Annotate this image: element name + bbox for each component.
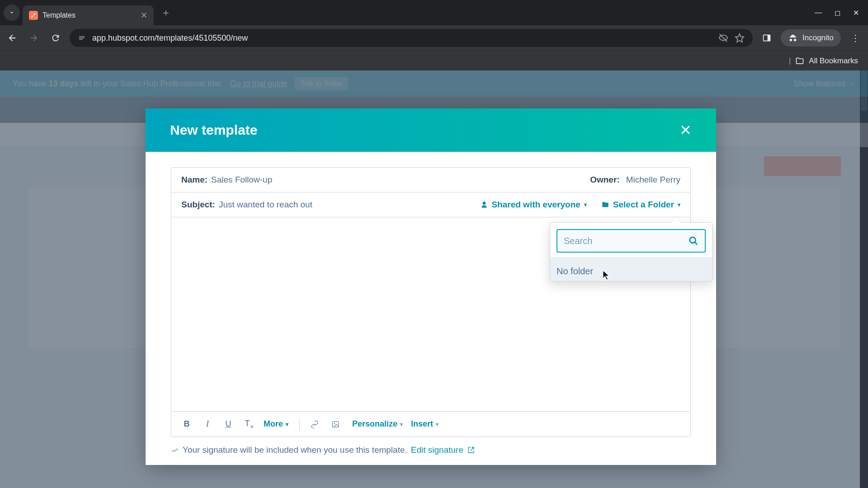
window-controls: ― ◻ ✕ (815, 9, 864, 17)
edit-signature-link[interactable]: Edit signature (411, 445, 475, 455)
name-row: Name: Sales Follow-up Owner: Michelle Pe… (171, 168, 690, 192)
site-settings-icon (78, 34, 86, 42)
modal-header: New template ✕ (146, 108, 716, 152)
chevron-down-icon (9, 9, 15, 16)
modal-close-button[interactable]: ✕ (679, 122, 692, 139)
url-field[interactable]: app.hubspot.com/templates/45105500/new (70, 29, 753, 47)
insert-dropdown[interactable]: Insert ▾ (411, 419, 439, 429)
svg-rect-4 (332, 422, 339, 427)
tab-close-button[interactable]: ✕ (141, 10, 147, 20)
reload-icon (51, 33, 61, 43)
folder-label: Select a Folder (613, 200, 674, 210)
minimize-button[interactable]: ― (815, 9, 822, 17)
no-folder-option[interactable]: No folder (550, 257, 712, 281)
link-button[interactable] (311, 420, 323, 428)
signature-text: Your signature will be included when you… (183, 445, 407, 455)
signature-icon (171, 446, 179, 454)
bookmarks-bar: | All Bookmarks (0, 51, 868, 70)
folder-search-input[interactable] (564, 236, 689, 246)
close-window-button[interactable]: ✕ (853, 9, 859, 17)
all-bookmarks-button[interactable]: All Bookmarks (809, 56, 858, 66)
editor-toolbar: B I U T✕ More ▾ (171, 411, 690, 436)
signature-note: Your signature will be included when you… (171, 437, 691, 465)
reload-button[interactable] (48, 30, 63, 46)
browser-tab-bar: Templates ✕ ＋ ― ◻ ✕ (0, 0, 868, 25)
forward-button[interactable] (26, 30, 42, 46)
svg-point-5 (334, 423, 335, 424)
modal-title: New template (170, 122, 257, 138)
caret-down-icon: ▾ (584, 202, 587, 208)
svg-point-6 (690, 237, 696, 243)
svg-rect-3 (768, 35, 770, 41)
folder-search-field[interactable] (557, 229, 706, 253)
browser-menu-button[interactable]: ⋮ (847, 33, 863, 43)
image-icon (331, 420, 340, 428)
person-icon (481, 201, 488, 208)
owner-label: Owner: (590, 175, 619, 185)
bold-button[interactable]: B (180, 419, 193, 429)
side-panel-button[interactable] (759, 30, 774, 46)
back-button[interactable] (5, 30, 20, 46)
page-viewport: You have 13 days left in your Sales Hub … (0, 70, 868, 488)
subject-label: Subject: (181, 200, 215, 210)
arrow-left-icon (7, 33, 17, 43)
name-value[interactable]: Sales Follow-up (211, 175, 272, 185)
maximize-button[interactable]: ◻ (835, 9, 840, 17)
search-icon (689, 236, 698, 246)
shared-label: Shared with everyone (491, 200, 580, 210)
incognito-badge[interactable]: Incognito (781, 29, 841, 47)
tab-title: Templates (42, 11, 141, 19)
name-label: Name: (181, 175, 208, 185)
new-template-modal: New template ✕ Name: Sales Follow-up Own… (146, 108, 716, 465)
folder-select-popover: No folder (550, 222, 712, 282)
underline-button[interactable]: U (222, 419, 235, 429)
owner-value[interactable]: Michelle Perry (626, 175, 680, 185)
folder-icon (795, 56, 804, 66)
select-folder-dropdown[interactable]: Select a Folder ▾ (601, 200, 680, 210)
arrow-right-icon (29, 33, 39, 43)
link-icon (311, 420, 319, 428)
more-formatting-dropdown[interactable]: More ▾ (264, 419, 288, 429)
side-panel-icon (762, 33, 771, 42)
new-tab-button[interactable]: ＋ (161, 6, 171, 19)
image-button[interactable] (331, 420, 344, 428)
clear-format-button[interactable]: T✕ (243, 419, 255, 429)
subject-row: Subject: Just wanted to reach out Shared… (171, 192, 690, 217)
hubspot-favicon-icon (29, 11, 38, 20)
url-text: app.hubspot.com/templates/45105500/new (92, 33, 712, 43)
toolbar-divider (299, 418, 300, 430)
incognito-label: Incognito (802, 33, 834, 42)
external-link-icon (467, 446, 475, 454)
folder-icon (601, 201, 609, 209)
personalize-dropdown[interactable]: Personalize ▾ (352, 419, 403, 429)
tab-search-button[interactable] (4, 5, 20, 21)
caret-down-icon: ▾ (678, 202, 680, 208)
address-bar: app.hubspot.com/templates/45105500/new I… (0, 25, 868, 51)
subject-value[interactable]: Just wanted to reach out (219, 200, 312, 210)
incognito-icon (788, 33, 798, 43)
template-form: Name: Sales Follow-up Owner: Michelle Pe… (171, 167, 691, 437)
bookmark-star-icon[interactable] (735, 33, 745, 43)
italic-button[interactable]: I (201, 419, 214, 429)
tracking-protection-icon[interactable] (718, 33, 728, 43)
shared-with-dropdown[interactable]: Shared with everyone ▾ (481, 200, 586, 210)
browser-tab[interactable]: Templates ✕ (23, 5, 154, 25)
